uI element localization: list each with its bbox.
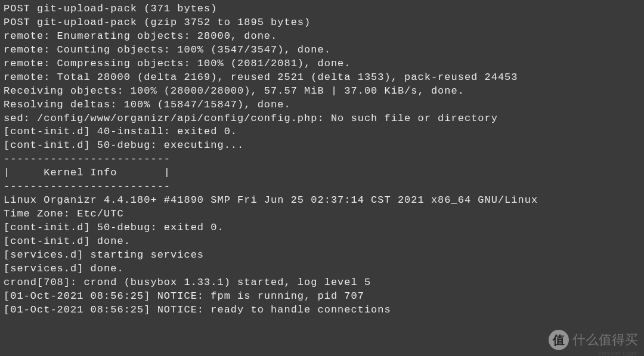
terminal-line: -------------------------: [4, 153, 640, 166]
terminal-line: Time Zone: Etc/UTC: [4, 208, 640, 221]
watermark-text: 什么值得买: [572, 331, 638, 349]
terminal-line: remote: Counting objects: 100% (3547/354…: [4, 44, 640, 57]
terminal-line: [01-Oct-2021 08:56:25] NOTICE: fpm is ru…: [4, 290, 640, 304]
terminal-line: sed: /config/www/organizr/api/config/con…: [4, 112, 640, 126]
terminal-line: | Kernel Info |: [4, 166, 640, 180]
terminal-line: [01-Oct-2021 08:56:25] NOTICE: ready to …: [4, 304, 640, 317]
terminal-line: Resolving deltas: 100% (15847/15847), do…: [4, 98, 640, 112]
terminal-line: Receiving objects: 100% (28000/28000), 5…: [4, 85, 640, 98]
terminal-line: Linux Organizr 4.4.180+ #41890 SMP Fri J…: [4, 194, 640, 208]
terminal-line: [cont-init.d] 50-debug: executing...: [4, 139, 640, 153]
terminal-line: POST git-upload-pack (gzip 3752 to 1895 …: [4, 16, 640, 30]
terminal-line: -------------------------: [4, 180, 640, 194]
terminal-line: remote: Enumerating objects: 28000, done…: [4, 30, 640, 44]
terminal-line: remote: Total 28000 (delta 2169), reused…: [4, 71, 640, 85]
terminal-output: POST git-upload-pack (371 bytes)POST git…: [4, 2, 640, 317]
terminal-line: [services.d] done.: [4, 262, 640, 276]
terminal-line: [cont-init.d] 40-install: exited 0.: [4, 125, 640, 139]
terminal-line: [cont-init.d] 50-debug: exited 0.: [4, 221, 640, 235]
watermark: 值 什么值得买: [549, 330, 638, 350]
terminal-line: [services.d] starting services: [4, 249, 640, 262]
terminal-line: remote: Compressing objects: 100% (2081/…: [4, 57, 640, 71]
terminal-line: [cont-init.d] done.: [4, 235, 640, 249]
watermark-logo-icon: 值: [549, 330, 569, 350]
terminal-line: POST git-upload-pack (371 bytes): [4, 2, 640, 16]
terminal-line: crond[708]: crond (busybox 1.33.1) start…: [4, 276, 640, 290]
watermark-subtext: SMZDM.COM: [598, 350, 637, 356]
